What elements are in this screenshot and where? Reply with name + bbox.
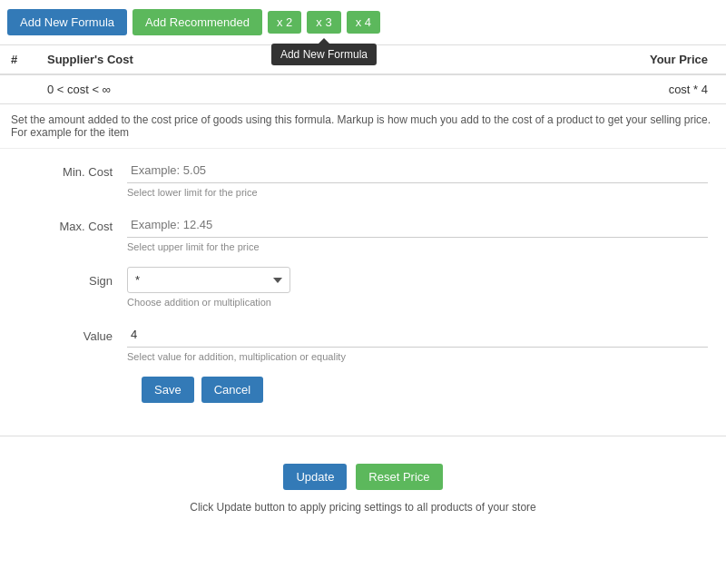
tooltip-popup: Add New Formula (271, 44, 377, 65)
tag-x2-button[interactable]: x 2 (268, 11, 301, 34)
sign-label: Sign (36, 267, 127, 288)
tag-x3-container: x 3 Add New Formula (307, 11, 340, 34)
add-recommended-button[interactable]: Add Recommended (132, 9, 262, 35)
cancel-button[interactable]: Cancel (201, 377, 263, 403)
max-cost-input-wrap: Select upper limit for the price (127, 212, 708, 252)
max-cost-label: Max. Cost (36, 212, 127, 233)
col-header-hash: # (0, 45, 36, 75)
bottom-section: Update Reset Price Click Update button t… (0, 446, 726, 532)
description-text: Set the amount added to the cost price o… (0, 104, 726, 149)
bottom-hint: Click Update button to apply pricing set… (190, 501, 536, 514)
row-hash (0, 74, 36, 104)
save-button[interactable]: Save (142, 377, 194, 403)
max-cost-hint: Select upper limit for the price (127, 241, 708, 252)
form-actions: Save Cancel (36, 377, 708, 403)
min-cost-row: Min. Cost Select lower limit for the pri… (36, 158, 708, 198)
min-cost-input[interactable] (127, 158, 708, 183)
formula-form: Min. Cost Select lower limit for the pri… (0, 149, 726, 426)
max-cost-input[interactable] (127, 212, 708, 238)
bottom-buttons: Update Reset Price (283, 464, 442, 490)
row-cost-range: 0 < cost < ∞ (36, 74, 309, 104)
toolbar: Add New Formula Add Recommended x 2 x 3 … (0, 0, 726, 44)
max-cost-row: Max. Cost Select upper limit for the pri… (36, 212, 708, 252)
col-header-supplier-cost: Supplier's Cost (36, 45, 309, 75)
value-row: Value Select value for addition, multipl… (36, 322, 708, 362)
divider (0, 436, 726, 436)
sign-row: Sign * + = Choose addition or multiplica… (36, 267, 708, 308)
table-row: 0 < cost < ∞ cost * 4 (0, 74, 726, 104)
value-label: Value (36, 322, 127, 343)
value-input-wrap: Select value for addition, multiplicatio… (127, 322, 708, 362)
reset-price-button[interactable]: Reset Price (356, 464, 442, 490)
value-input[interactable] (127, 322, 708, 348)
sign-hint: Choose addition or multiplication (127, 297, 708, 308)
update-button[interactable]: Update (283, 464, 347, 490)
add-new-formula-button[interactable]: Add New Formula (7, 9, 127, 35)
tag-x3-button[interactable]: x 3 (307, 11, 340, 34)
min-cost-hint: Select lower limit for the price (127, 187, 708, 198)
value-hint: Select value for addition, multiplicatio… (127, 351, 708, 362)
sign-input-wrap: * + = Choose addition or multiplication (127, 267, 708, 308)
min-cost-input-wrap: Select lower limit for the price (127, 158, 708, 198)
row-price-formula: cost * 4 (309, 74, 726, 104)
min-cost-label: Min. Cost (36, 158, 127, 179)
tag-x4-button[interactable]: x 4 (347, 11, 380, 34)
sign-select[interactable]: * + = (127, 267, 290, 293)
